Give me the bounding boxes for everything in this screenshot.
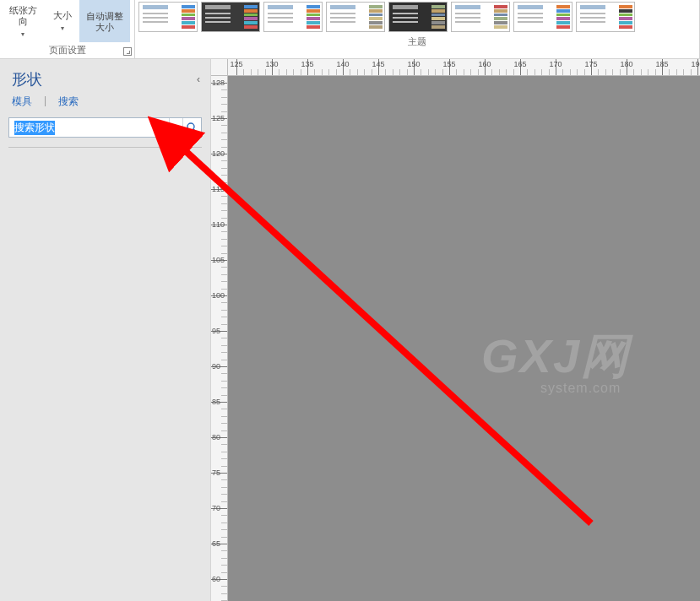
ribbon: 纸张方向 ▾ 大小 ▾ 自动调整 大小 页面设置 主题 xyxy=(0,0,700,59)
panel-tabs: 模具 | 搜索 xyxy=(0,95,210,117)
shapes-panel: 形状 ‹ 模具 | 搜索 ▾ xyxy=(0,59,211,601)
search-input[interactable] xyxy=(9,118,169,137)
search-icon xyxy=(187,122,198,133)
panel-header: 形状 ‹ xyxy=(0,59,210,95)
theme-thumbnail[interactable] xyxy=(388,2,448,32)
main-area: 形状 ‹ 模具 | 搜索 ▾ 1251301351401451501551601… xyxy=(0,59,700,601)
search-container: ▾ xyxy=(8,117,202,138)
drawing-page[interactable] xyxy=(228,76,700,601)
theme-thumbnail[interactable] xyxy=(576,2,635,32)
svg-line-1 xyxy=(193,129,197,133)
dropdown-icon: ▾ xyxy=(21,29,24,40)
autofit-label-1: 自动调整 xyxy=(86,11,123,22)
themes-group: 主题 xyxy=(135,0,700,58)
theme-thumbnail[interactable] xyxy=(263,2,323,32)
theme-thumbnail[interactable] xyxy=(326,2,385,32)
tab-separator: | xyxy=(44,95,46,109)
theme-thumbnail[interactable] xyxy=(451,2,510,32)
collapse-icon[interactable]: ‹ xyxy=(197,73,200,85)
autofit-button[interactable]: 自动调整 大小 xyxy=(79,0,130,42)
tab-search[interactable]: 搜索 xyxy=(58,95,79,109)
size-label: 大小 xyxy=(53,10,72,21)
themes-group-label: 主题 xyxy=(135,34,699,50)
theme-thumbnail[interactable] xyxy=(513,2,572,32)
theme-gallery[interactable] xyxy=(135,0,699,34)
horizontal-ruler: 1251301351401451501551601651701751801851… xyxy=(228,59,700,76)
theme-thumbnail[interactable] xyxy=(138,2,198,32)
search-button[interactable] xyxy=(182,118,201,137)
svg-point-0 xyxy=(187,123,194,130)
search-dropdown-icon[interactable]: ▾ xyxy=(169,118,182,137)
page-setup-group: 纸张方向 ▾ 大小 ▾ 自动调整 大小 页面设置 xyxy=(0,0,135,58)
canvas-area: 1251301351401451501551601651701751801851… xyxy=(211,59,700,601)
dialog-launcher-icon[interactable] xyxy=(123,47,132,56)
dropdown-icon: ▾ xyxy=(61,23,64,34)
vertical-ruler: 128125120115110105100959085807570656055 xyxy=(211,76,228,601)
ruler-origin xyxy=(211,59,228,76)
size-button[interactable]: 大小 ▾ xyxy=(46,0,79,42)
panel-title: 形状 xyxy=(12,69,42,89)
orientation-label: 纸张方向 xyxy=(5,5,41,27)
page-setup-group-label: 页面设置 xyxy=(0,42,134,58)
panel-divider xyxy=(8,143,202,148)
orientation-button[interactable]: 纸张方向 ▾ xyxy=(0,0,46,42)
autofit-label-2: 大小 xyxy=(95,22,114,33)
tab-stencils[interactable]: 模具 xyxy=(12,95,32,109)
theme-thumbnail[interactable] xyxy=(201,2,260,32)
